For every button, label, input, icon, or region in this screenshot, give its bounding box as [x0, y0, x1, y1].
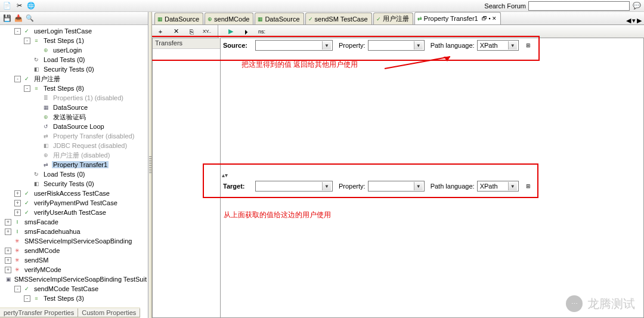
- tree-node[interactable]: +✳sendMCode: [0, 246, 148, 255]
- tree-node[interactable]: ⊕用户注册 (disabled): [0, 150, 148, 160]
- tree-node[interactable]: -✓userLogin TestCase: [0, 26, 148, 36]
- node-label: Load Tests (0): [42, 56, 86, 63]
- add-transfer-button[interactable]: +: [154, 26, 166, 37]
- tree-node[interactable]: +IsmsFacadehuahua: [0, 227, 148, 236]
- node-label: userLogin TestCase: [33, 27, 93, 35]
- tree-node[interactable]: +✳verifyMCode: [0, 265, 148, 274]
- tab-nav-list-icon[interactable]: ▾: [632, 17, 636, 24]
- tree-node[interactable]: ≣Properties (1) (disabled): [0, 93, 148, 103]
- tree-node[interactable]: ⊕发送验证码: [0, 112, 148, 122]
- tree-node[interactable]: +✳sendSM: [0, 255, 148, 265]
- tab-icon: ⊕: [208, 16, 212, 22]
- project-tree[interactable]: -✓userLogin TestCase-≡Test Steps (1)⊕use…: [0, 25, 148, 305]
- tree-node[interactable]: ↺DataSource Loop: [0, 122, 148, 131]
- expand-icon[interactable]: +: [14, 190, 21, 197]
- save-all-icon[interactable]: 💾: [2, 14, 12, 23]
- tree-node[interactable]: ✳SMSServiceImplServiceSoapBinding: [0, 236, 148, 246]
- scissors-icon[interactable]: ✂: [14, 1, 24, 11]
- search-forum-label: Search Forum: [484, 2, 526, 10]
- expand-icon[interactable]: -: [24, 85, 30, 92]
- tree-node[interactable]: ⇄Property Transfer1: [0, 160, 148, 169]
- globe-icon[interactable]: 🌐: [26, 1, 36, 11]
- node-icon: ▣: [6, 275, 11, 283]
- tree-node[interactable]: ◧Security Tests (0): [0, 64, 148, 74]
- tree-node[interactable]: ⇄Property Transfer (disabled): [0, 131, 148, 141]
- import-icon[interactable]: 📥: [14, 14, 23, 23]
- tree-node[interactable]: ◧Security Tests (0): [0, 179, 148, 189]
- expand-icon[interactable]: +: [5, 267, 11, 273]
- expand-icon[interactable]: +: [14, 200, 21, 206]
- editor-tab[interactable]: ▦DataSource: [154, 13, 203, 24]
- editor-tab[interactable]: ✓sendSM TestCase: [305, 13, 372, 24]
- app-icon[interactable]: 📄: [2, 1, 12, 11]
- tree-node[interactable]: +✓verifyPaymentPwd TestCase: [0, 198, 148, 208]
- source-label: Source:: [223, 42, 253, 49]
- expand-icon[interactable]: +: [5, 229, 11, 235]
- target-combo[interactable]: ▼: [255, 181, 333, 192]
- tree-node[interactable]: +✓verifyUserAuth TestCase: [0, 208, 148, 217]
- editor-tab[interactable]: ▦DataSource: [255, 13, 304, 24]
- target-pathlang-combo[interactable]: XPath▼: [477, 181, 519, 192]
- expand-icon[interactable]: +: [5, 219, 11, 226]
- node-icon: ✓: [23, 75, 31, 83]
- tree-node[interactable]: -✓sendMCode TestCase: [0, 284, 148, 294]
- copy-transfer-button[interactable]: ⎘: [185, 26, 197, 37]
- expand-icon[interactable]: -: [14, 76, 21, 82]
- expand-icon[interactable]: +: [5, 248, 11, 254]
- tree-node[interactable]: -✓用户注册: [0, 74, 148, 84]
- source-ns-button[interactable]: ⊞: [522, 40, 534, 51]
- node-icon: ✓: [23, 27, 31, 35]
- target-property-combo[interactable]: ▼: [368, 181, 425, 192]
- expand-icon[interactable]: -: [24, 38, 30, 44]
- node-icon: ⊕: [42, 113, 50, 121]
- search-forum-input[interactable]: [528, 1, 630, 11]
- target-ns-button[interactable]: ⊞: [522, 181, 534, 192]
- node-icon: ✓: [23, 285, 31, 293]
- tab-icon: ✓: [376, 16, 381, 22]
- expand-icon[interactable]: +: [5, 257, 11, 264]
- tab-label: DataSource: [265, 16, 299, 23]
- tree-node[interactable]: +✓userRiskAccess TestCase: [0, 189, 148, 198]
- tree-node[interactable]: ▣SMSServiceImplServiceSoapBinding TestSu…: [0, 274, 148, 284]
- node-label: 用户注册: [33, 75, 61, 84]
- editor-tab[interactable]: ⇄Property Transfer1🗗 ▪ ✕: [414, 12, 501, 24]
- tree-node[interactable]: +IsmsFacade: [0, 217, 148, 227]
- remove-transfer-button[interactable]: ✕: [170, 26, 182, 37]
- tree-node[interactable]: -≡Test Steps (8): [0, 84, 148, 93]
- run-all-button[interactable]: ⏵: [240, 26, 252, 37]
- tree-node[interactable]: -≡Test Steps (1): [0, 36, 148, 45]
- bottom-tab-prop-transfer[interactable]: pertyTransfer Properties: [0, 308, 78, 317]
- source-combo[interactable]: ▼: [255, 40, 333, 51]
- target-label: Target:: [223, 183, 253, 190]
- tree-node[interactable]: ⊕sendMCode: [0, 303, 148, 305]
- tab-window-controls[interactable]: 🗗 ▪ ✕: [482, 16, 497, 21]
- expand-icon[interactable]: -: [24, 295, 30, 302]
- tab-icon: ✓: [308, 16, 313, 22]
- chevron-down-icon: ▼: [414, 182, 423, 190]
- tab-nav-prev-icon[interactable]: ◀: [626, 17, 631, 24]
- declare-ns-button[interactable]: ns:: [256, 26, 268, 37]
- tree-node[interactable]: ◧JDBC Request (disabled): [0, 141, 148, 150]
- expand-icon[interactable]: +: [14, 209, 21, 216]
- tree-node[interactable]: ↻Load Tests (0): [0, 169, 148, 179]
- source-pathlang-combo[interactable]: XPath▼: [477, 40, 519, 51]
- bottom-tab-custom-props[interactable]: Custom Properties: [78, 308, 140, 317]
- filter-icon[interactable]: 🔍: [25, 14, 35, 23]
- rename-transfer-button[interactable]: XY..: [201, 26, 213, 37]
- tree-node[interactable]: ↻Load Tests (0): [0, 55, 148, 64]
- source-property-combo[interactable]: ▼: [368, 40, 425, 51]
- wechat-icon: ⋯: [566, 295, 583, 312]
- help-icon[interactable]: 💬: [632, 1, 642, 11]
- tree-node[interactable]: ▦DataSource: [0, 103, 148, 112]
- run-button[interactable]: ▶: [225, 26, 237, 37]
- expand-icon[interactable]: -: [14, 28, 21, 35]
- node-icon: I: [13, 227, 21, 236]
- annotation-text-1: 把这里得到的值 返回给其他用户使用: [242, 60, 358, 70]
- tree-node[interactable]: ⊕userLogin: [0, 45, 148, 55]
- expand-icon[interactable]: -: [14, 286, 21, 292]
- expander-bar[interactable]: ▴▾: [221, 171, 643, 178]
- tab-nav-next-icon[interactable]: ▶: [637, 17, 642, 24]
- editor-tab[interactable]: ✓用户注册: [373, 13, 413, 24]
- tree-node[interactable]: -≡Test Steps (3): [0, 294, 148, 303]
- editor-tab[interactable]: ⊕sendMCode: [205, 13, 253, 24]
